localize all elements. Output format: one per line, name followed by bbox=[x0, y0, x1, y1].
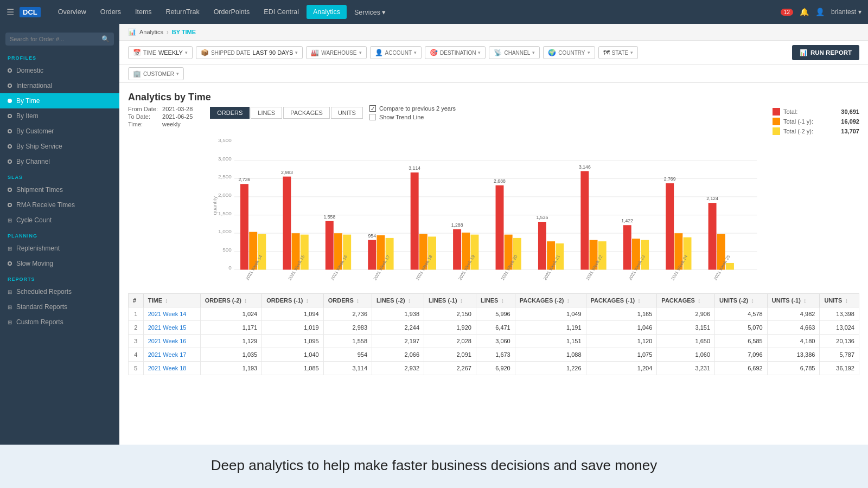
run-report-button[interactable]: 📊 RUN REPORT bbox=[792, 45, 859, 60]
sidebar-item-rma-receive[interactable]: RMA Receive Times bbox=[0, 197, 119, 213]
sidebar-item-shipment-times[interactable]: Shipment Times bbox=[0, 182, 119, 197]
filter-destination[interactable]: 🎯 DESTINATION ▾ bbox=[425, 46, 486, 59]
row-pkg-m2: 1,088 bbox=[515, 348, 586, 362]
col-orders-m1[interactable]: ORDERS (-1) ↕ bbox=[262, 294, 323, 307]
svg-rect-33 bbox=[386, 238, 394, 270]
tab-packages[interactable]: PACKAGES bbox=[283, 107, 330, 119]
nav-item-orderpoints[interactable]: OrderPoints bbox=[207, 5, 257, 19]
filter-warehouse[interactable]: 🏭 WAREHOUSE ▾ bbox=[306, 46, 366, 59]
col-orders[interactable]: ORDERS ↕ bbox=[323, 294, 372, 307]
filter-account[interactable]: 👤 ACCOUNT ▾ bbox=[370, 46, 422, 59]
row-units-m2: 4,578 bbox=[715, 307, 768, 321]
row-units-m2: 6,692 bbox=[715, 362, 768, 375]
col-time[interactable]: TIME ↕ bbox=[143, 294, 200, 307]
svg-rect-71 bbox=[709, 203, 717, 269]
search-input[interactable] bbox=[10, 36, 98, 42]
sidebar-item-scheduled-reports[interactable]: ⊞ Scheduled Reports bbox=[0, 284, 119, 299]
trend-option[interactable]: Show Trend Line bbox=[369, 114, 456, 120]
breadcrumb-parent[interactable]: Analytics bbox=[139, 29, 163, 35]
row-orders: 954 bbox=[323, 348, 372, 362]
table-row: 2 2021 Week 15 1,171 1,019 2,983 2,244 1… bbox=[129, 321, 859, 335]
chart-tabs: ORDERS LINES PACKAGES UNITS bbox=[210, 107, 363, 119]
row-time[interactable]: 2021 Week 17 bbox=[143, 348, 200, 362]
hamburger-icon[interactable]: ☰ bbox=[7, 7, 14, 17]
row-orders-m1: 1,094 bbox=[262, 307, 323, 321]
sidebar-item-by-customer[interactable]: By Customer bbox=[0, 124, 119, 139]
sidebar-item-by-channel[interactable]: By Channel bbox=[0, 154, 119, 169]
nav-item-items[interactable]: Items bbox=[129, 5, 158, 19]
sidebar-item-standard-reports[interactable]: ⊞ Standard Reports bbox=[0, 299, 119, 314]
compare-option[interactable]: ✓ Compare to previous 2 years bbox=[369, 105, 456, 112]
tab-orders[interactable]: ORDERS bbox=[210, 107, 250, 119]
filter-state[interactable]: 🗺 STATE ▾ bbox=[598, 46, 639, 59]
filter-shipped-date[interactable]: 📦 SHIPPED DATE LAST 90 DAYS ▾ bbox=[196, 46, 303, 59]
sidebar-item-international[interactable]: International bbox=[0, 78, 119, 93]
nav-item-returntrak[interactable]: ReturnTrak bbox=[159, 5, 206, 19]
row-orders-m2: 1,035 bbox=[200, 348, 261, 362]
svg-text:1,288: 1,288 bbox=[451, 222, 463, 228]
row-time[interactable]: 2021 Week 14 bbox=[143, 307, 200, 321]
sidebar-item-custom-reports[interactable]: ⊞ Custom Reports bbox=[0, 314, 119, 330]
col-lines-m2[interactable]: LINES (-2) ↕ bbox=[372, 294, 424, 307]
filter-time[interactable]: 📅 TIME WEEKLY ▾ bbox=[128, 46, 193, 59]
sidebar-item-by-time[interactable]: By Time bbox=[0, 93, 119, 108]
sidebar-search-container[interactable]: 🔍 bbox=[5, 33, 114, 46]
filter-country[interactable]: 🌍 COUNTRY ▾ bbox=[543, 46, 595, 59]
row-orders-m1: 1,040 bbox=[262, 348, 323, 362]
filter-channel[interactable]: 📡 CHANNEL ▾ bbox=[489, 46, 540, 59]
dot-icon bbox=[8, 159, 12, 164]
row-lines: 6,920 bbox=[476, 362, 515, 375]
row-orders: 2,736 bbox=[323, 307, 372, 321]
bell-icon[interactable]: 🔔 bbox=[800, 8, 809, 16]
nav-items: Overview Orders Items ReturnTrak OrderPo… bbox=[52, 5, 781, 20]
nav-item-orders[interactable]: Orders bbox=[94, 5, 127, 19]
filter-customer[interactable]: 🏢 CUSTOMER ▾ bbox=[128, 67, 184, 80]
nav-item-services[interactable]: Services ▾ bbox=[348, 5, 392, 20]
nav-item-analytics[interactable]: Analytics bbox=[307, 5, 347, 19]
svg-text:2,500: 2,500 bbox=[218, 174, 232, 179]
col-orders-m2[interactable]: ORDERS (-2) ↕ bbox=[200, 294, 261, 307]
nav-item-overview[interactable]: Overview bbox=[52, 5, 93, 19]
breadcrumb-current: BY TIME bbox=[172, 29, 196, 35]
row-time[interactable]: 2021 Week 15 bbox=[143, 321, 200, 335]
col-pkg-m2[interactable]: PACKAGES (-2) ↕ bbox=[515, 294, 586, 307]
user-menu[interactable]: briantest ▾ bbox=[831, 8, 861, 16]
row-lines-m2: 2,197 bbox=[372, 335, 424, 348]
svg-rect-43 bbox=[471, 235, 479, 270]
dot-icon bbox=[8, 203, 12, 207]
sidebar-item-slow-moving[interactable]: Slow Moving bbox=[0, 256, 119, 271]
sidebar-item-by-item[interactable]: By Item bbox=[0, 108, 119, 124]
row-time[interactable]: 2021 Week 18 bbox=[143, 362, 200, 375]
row-pkg: 3,151 bbox=[657, 321, 715, 335]
chart-meta: From Date:2021-03-28 To Date:2021-06-25 … bbox=[128, 105, 197, 128]
col-units[interactable]: UNITS ↕ bbox=[820, 294, 859, 307]
dot-icon bbox=[8, 144, 12, 149]
col-lines-m1[interactable]: LINES (-1) ↕ bbox=[424, 294, 476, 307]
legend-color-m1 bbox=[773, 118, 780, 125]
row-pkg-m1: 1,204 bbox=[586, 362, 657, 375]
row-pkg: 1,060 bbox=[657, 348, 715, 362]
sidebar-item-replenishment[interactable]: ⊞ Replenishment bbox=[0, 241, 119, 256]
sidebar-section-profiles: PROFILES bbox=[0, 50, 119, 63]
sidebar-item-cycle-count[interactable]: ⊞ Cycle Count bbox=[0, 213, 119, 228]
col-pkg-m1[interactable]: PACKAGES (-1) ↕ bbox=[586, 294, 657, 307]
col-units-m1[interactable]: UNITS (-1) ↕ bbox=[767, 294, 820, 307]
dot-icon bbox=[8, 114, 12, 118]
row-units-m1: 6,785 bbox=[767, 362, 820, 375]
notification-badge[interactable]: 12 bbox=[781, 9, 793, 16]
svg-text:1,558: 1,558 bbox=[324, 214, 336, 220]
svg-rect-23 bbox=[301, 235, 309, 270]
nav-item-edi[interactable]: EDI Central bbox=[257, 5, 305, 19]
tab-lines[interactable]: LINES bbox=[251, 107, 282, 119]
col-units-m2[interactable]: UNITS (-2) ↕ bbox=[715, 294, 768, 307]
col-lines[interactable]: LINES ↕ bbox=[476, 294, 515, 307]
col-pkg[interactable]: PACKAGES ↕ bbox=[657, 294, 715, 307]
tab-units[interactable]: UNITS bbox=[331, 107, 363, 119]
person-icon[interactable]: 👤 bbox=[815, 8, 825, 16]
chart-legend: Total: 30,691 Total (-1 y): 16,092 Total… bbox=[773, 92, 859, 285]
logo: DCL bbox=[20, 7, 41, 17]
sidebar-item-domestic[interactable]: Domestic bbox=[0, 63, 119, 78]
row-time[interactable]: 2021 Week 16 bbox=[143, 335, 200, 348]
svg-rect-51 bbox=[538, 222, 546, 269]
sidebar-item-by-ship-service[interactable]: By Ship Service bbox=[0, 139, 119, 154]
